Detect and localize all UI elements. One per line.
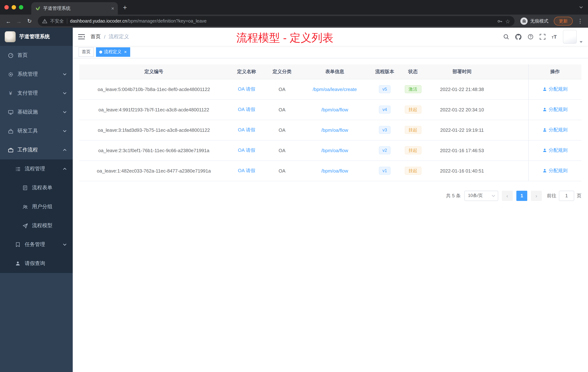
tag-close-icon[interactable]: × xyxy=(124,50,127,54)
security-label[interactable]: 不安全 xyxy=(50,18,64,24)
assign-rule-link[interactable]: 分配规则 xyxy=(543,127,568,133)
sidebar-item-label: 流程表单 xyxy=(32,185,52,191)
definition-name-link[interactable]: OA 请假 xyxy=(238,107,255,112)
pagination-total: 共 5 条 xyxy=(446,192,461,199)
traffic-light-zoom[interactable] xyxy=(19,5,23,10)
cell-deploy-time: 2022-01-16 01:40:51 xyxy=(427,161,497,181)
forward-button[interactable]: → xyxy=(14,16,24,26)
cell-category: OA xyxy=(265,120,299,140)
chevron-down-icon xyxy=(63,130,67,132)
bookmark-star-icon[interactable]: ☆ xyxy=(505,18,510,24)
sidebar-item-leave-query[interactable]: 请假查询 xyxy=(0,254,73,273)
sidebar-item-label: 支付管理 xyxy=(17,90,38,97)
definition-name-link[interactable]: OA 请假 xyxy=(238,168,255,173)
window-controls xyxy=(4,5,23,10)
sidebar-item-task-management[interactable]: 任务管理 xyxy=(0,235,73,254)
sidebar-item-label: 任务管理 xyxy=(25,241,45,248)
sidebar-item-process-model[interactable]: 流程模型 xyxy=(0,216,73,235)
prev-page-button[interactable]: ‹ xyxy=(502,191,513,201)
page-number-button[interactable]: 1 xyxy=(516,191,527,201)
tab-search-chevron-icon[interactable] xyxy=(579,6,583,8)
sidebar-item-label: 研发工具 xyxy=(17,128,38,134)
version-badge: v5 xyxy=(379,85,390,93)
github-icon[interactable] xyxy=(515,34,521,40)
logo-title: 芋道管理系统 xyxy=(19,33,50,40)
incognito-icon xyxy=(520,17,528,25)
back-button[interactable]: ← xyxy=(4,16,13,26)
assign-rule-label: 分配规则 xyxy=(549,106,568,113)
assign-rule-link[interactable]: 分配规则 xyxy=(543,147,568,153)
new-tab-button[interactable]: + xyxy=(123,4,127,11)
reload-button[interactable]: ↻ xyxy=(25,16,34,26)
sidebar-toggle-icon[interactable] xyxy=(78,34,85,40)
url-path: /bpm/manager/definition?key=oa_leave xyxy=(127,19,207,24)
definition-name-link[interactable]: OA 请假 xyxy=(238,147,255,153)
sidebar-item-dev-tools[interactable]: 研发工具 xyxy=(0,121,73,141)
user-icon xyxy=(543,148,547,153)
user-icon xyxy=(543,128,547,132)
app-root: 芋道管理系统 首页 系统管理 ¥ xyxy=(0,28,588,372)
sidebar-item-process-management[interactable]: 流程管理 xyxy=(0,159,73,178)
assign-rule-link[interactable]: 分配规则 xyxy=(543,106,568,113)
sidebar-item-system-management[interactable]: 系统管理 xyxy=(0,65,73,84)
help-icon[interactable] xyxy=(528,34,534,40)
fullscreen-icon[interactable] xyxy=(540,34,546,40)
favicon-leaf-icon xyxy=(35,5,41,11)
sidebar-item-infrastructure[interactable]: 基础设施 xyxy=(0,103,73,121)
user-icon xyxy=(543,169,547,173)
font-size-icon[interactable]: TT xyxy=(552,34,557,39)
sidebar-item-payment-management[interactable]: ¥ 支付管理 xyxy=(0,84,73,103)
sidebar-item-process-form[interactable]: 流程表单 xyxy=(0,178,73,197)
key-icon[interactable] xyxy=(497,18,502,24)
spacer-cell xyxy=(497,140,528,161)
cell-deploy-time: 2022-01-22 19:19:11 xyxy=(427,120,497,140)
traffic-light-close[interactable] xyxy=(4,5,9,10)
chevron-up-icon xyxy=(63,168,67,170)
tag-home[interactable]: 首页 xyxy=(79,47,94,57)
user-avatar[interactable] xyxy=(563,30,577,44)
sidebar-item-label: 系统管理 xyxy=(17,71,38,77)
assign-rule-link[interactable]: 分配规则 xyxy=(543,167,568,174)
sidebar-logo[interactable]: 芋道管理系统 xyxy=(0,28,73,46)
browser-menu-kebab-icon[interactable]: ⋮ xyxy=(576,18,584,24)
address-bar[interactable]: 不安全 dashboard.yudao.iocoder.cn/bpm/manag… xyxy=(38,16,514,26)
form-info-link[interactable]: /bpm/oa/flow xyxy=(321,148,348,153)
sidebar-item-workflow[interactable]: 工作流程 xyxy=(0,141,73,159)
sidebar-item-label: 请假查询 xyxy=(25,260,45,267)
active-tag-dot xyxy=(99,50,102,53)
form-info-link[interactable]: /bpm/oa/flow xyxy=(321,168,348,174)
goto-page-input[interactable] xyxy=(559,191,574,201)
tag-process-definition[interactable]: 流程定义 × xyxy=(96,47,130,57)
browser-tab[interactable]: 芋道管理系统 × xyxy=(31,2,118,15)
table-row: oa_leave:4:991f2193-7b7f-11ec-a3c8-acde4… xyxy=(79,99,581,120)
omnibox-divider xyxy=(67,19,67,24)
definition-name-link[interactable]: OA 请假 xyxy=(238,86,255,92)
next-page-button[interactable]: › xyxy=(531,191,542,201)
definition-name-link[interactable]: OA 请假 xyxy=(238,127,255,132)
workflow-submenu: 流程管理 流程表单 用户分组 xyxy=(0,159,73,273)
search-icon[interactable] xyxy=(503,34,509,40)
person-icon xyxy=(15,261,21,266)
page-size-value: 10条/页 xyxy=(468,193,483,199)
col-operations: 操作 xyxy=(528,65,581,79)
pagination: 共 5 条 10条/页 ‹ 1 › 前往 页 xyxy=(79,191,581,201)
chevron-up-icon xyxy=(63,149,67,151)
traffic-light-minimize[interactable] xyxy=(12,5,16,10)
user-menu-caret-icon[interactable] xyxy=(580,41,583,43)
tag-label: 首页 xyxy=(82,49,91,55)
url-text[interactable]: dashboard.yudao.iocoder.cn/bpm/manager/d… xyxy=(70,19,494,24)
tab-close-icon[interactable]: × xyxy=(111,6,114,11)
page-size-select[interactable]: 10条/页 xyxy=(464,191,498,201)
form-info-link[interactable]: /bpm/oa/leave/create xyxy=(313,87,357,92)
form-info-link[interactable]: /bpm/oa/flow xyxy=(321,127,348,133)
warning-triangle-icon xyxy=(42,19,47,23)
chrome-update-button[interactable]: 更新 xyxy=(554,17,573,25)
breadcrumb-current: 流程定义 xyxy=(109,33,129,40)
paper-plane-icon xyxy=(22,223,28,229)
sidebar-item-home[interactable]: 首页 xyxy=(0,46,73,65)
breadcrumb-home[interactable]: 首页 xyxy=(91,33,101,40)
form-info-link[interactable]: /bpm/oa/flow xyxy=(321,107,348,112)
assign-rule-link[interactable]: 分配规则 xyxy=(543,86,568,92)
sidebar-item-user-group[interactable]: 用户分组 xyxy=(0,197,73,216)
tools-icon xyxy=(8,128,13,134)
